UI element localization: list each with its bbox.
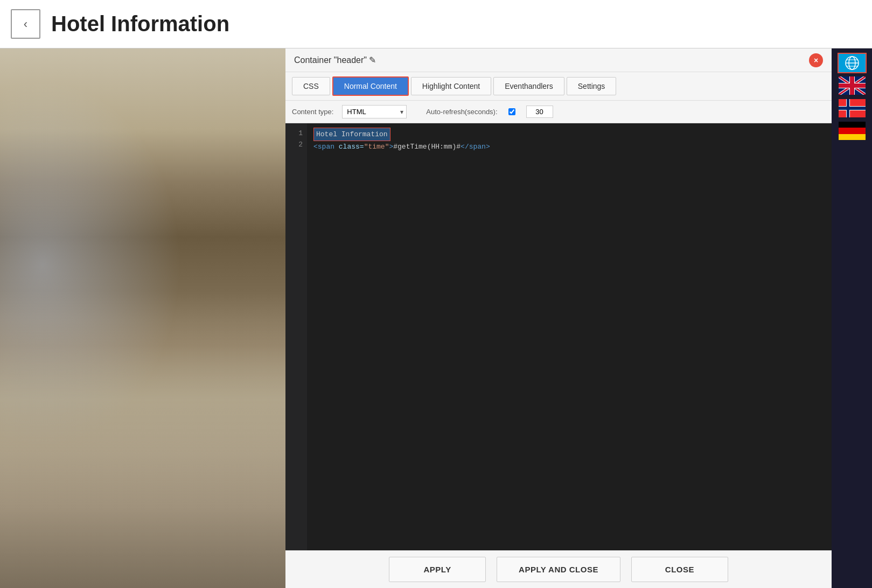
code-attr-class: class= <box>334 141 364 152</box>
flag-uk[interactable] <box>838 75 867 96</box>
apply-close-button[interactable]: APPLY AND CLOSE <box>497 557 620 582</box>
top-bar: ‹ Hotel Information <box>0 0 872 48</box>
page-title: Hotel Information <box>51 12 229 36</box>
tab-highlight-content[interactable]: Highlight Content <box>411 77 491 95</box>
tab-normal-content[interactable]: Normal Content <box>332 76 409 96</box>
apply-button[interactable]: APPLY <box>389 557 486 582</box>
line-num-1: 1 <box>298 128 303 139</box>
code-tag-open: <span <box>313 141 334 152</box>
flag-global[interactable] <box>838 53 867 73</box>
content-type-wrapper: HTML <box>342 105 407 118</box>
back-button[interactable]: ‹ <box>11 9 40 39</box>
hotel-image-panel <box>0 48 285 588</box>
tab-css[interactable]: CSS <box>292 77 330 95</box>
flag-germany[interactable] <box>838 121 867 141</box>
auto-refresh-checkbox[interactable] <box>508 108 515 115</box>
language-strip <box>832 48 872 588</box>
flag-norway[interactable] <box>838 98 867 118</box>
line-num-2: 2 <box>298 139 303 150</box>
code-tag-close: > <box>389 141 393 152</box>
code-content: Hotel Information <span class="time" > #… <box>307 123 832 550</box>
content-type-select[interactable]: HTML <box>342 105 407 118</box>
svg-rect-22 <box>839 122 866 128</box>
code-string-time: "time" <box>364 141 389 152</box>
svg-rect-14 <box>839 83 866 88</box>
tab-eventhandlers[interactable]: Eventhandlers <box>493 77 564 95</box>
code-line-1: Hotel Information <box>313 128 825 141</box>
dialog: Container "header" ✎ × CSS Normal Conten… <box>285 48 832 588</box>
svg-rect-19 <box>839 107 866 110</box>
auto-refresh-input[interactable] <box>526 106 553 118</box>
code-line-2: <span class="time" > #getTime(HH:mm)# </… <box>313 141 825 152</box>
main-area: Container "header" ✎ × CSS Normal Conten… <box>0 48 872 588</box>
dialog-title: Container "header" ✎ <box>294 55 376 65</box>
close-x-button[interactable]: × <box>809 53 823 67</box>
close-button[interactable]: CLOSE <box>631 557 728 582</box>
options-row: Content type: HTML Auto-refresh(seconds)… <box>285 101 832 123</box>
code-highlight-text: Hotel Information <box>313 128 390 141</box>
bottom-bar: APPLY APPLY AND CLOSE CLOSE <box>285 550 832 588</box>
code-editor[interactable]: 1 2 Hotel Information <span class="time"… <box>285 123 832 550</box>
code-tag-end: </span> <box>461 141 490 152</box>
tabs-row: CSS Normal Content Highlight Content Eve… <box>285 72 832 101</box>
content-type-label: Content type: <box>292 108 333 116</box>
auto-refresh-label: Auto-refresh(seconds): <box>426 108 497 116</box>
line-numbers: 1 2 <box>285 123 307 550</box>
right-panel: Container "header" ✎ × CSS Normal Conten… <box>285 48 872 588</box>
hotel-image <box>0 48 285 588</box>
tab-settings[interactable]: Settings <box>567 77 617 95</box>
dialog-header: Container "header" ✎ × <box>285 48 832 72</box>
code-template-text: #getTime(HH:mm)# <box>393 141 461 152</box>
